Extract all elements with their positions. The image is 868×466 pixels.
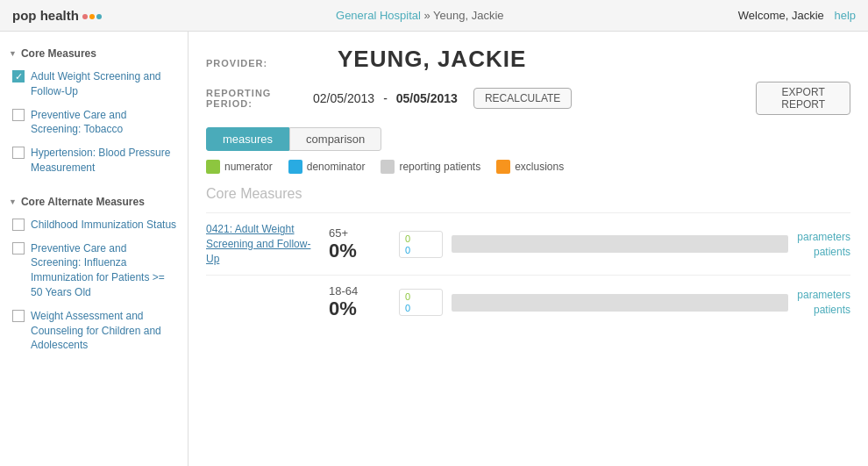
legend-row: numerator denominator reporting patients… — [206, 160, 850, 174]
patients-link-65[interactable]: patients — [814, 246, 850, 258]
swatch-exclusions — [496, 160, 510, 174]
checkbox-tobacco[interactable] — [12, 109, 25, 121]
section-core-measures-label: Core Measures — [21, 47, 96, 60]
frac-num-65: 0 — [405, 233, 410, 244]
breadcrumb-sep: » — [423, 9, 433, 22]
section-core-measures[interactable]: ▼ Core Measures — [0, 40, 188, 65]
provider-label: PROVIDER: — [206, 58, 329, 68]
sidebar-item-influenza[interactable]: Preventive Care and Screening: Influenza… — [0, 237, 188, 305]
checkbox-hypertension[interactable] — [12, 147, 25, 159]
period-end: 05/05/2013 — [396, 91, 458, 105]
legend-exclusions-label: exclusions — [515, 161, 564, 173]
sidebar-label-childhood: Childhood Immunization Status — [31, 218, 176, 233]
content-area: PROVIDER: YEUNG, JACKIE REPORTING PERIOD… — [189, 32, 868, 466]
frac-col-65: 0 0 — [405, 233, 410, 255]
sidebar-item-weight-assess[interactable]: Weight Assessment and Counseling for Chi… — [0, 305, 188, 357]
period-dash: - — [383, 91, 388, 105]
sidebar-item-adult-weight[interactable]: ✓ Adult Weight Screening and Follow-Up — [0, 65, 188, 104]
sidebar-label-weight-assess: Weight Assessment and Counseling for Chi… — [31, 309, 179, 353]
params-col-65: parameters patients — [797, 231, 850, 258]
sidebar-item-tobacco[interactable]: Preventive Care and Screening: Tobacco — [0, 104, 188, 142]
measure-age-65: 65+ — [329, 226, 373, 240]
logo-text: pop health — [12, 8, 79, 23]
measure-row-65: 0421: Adult Weight Screening and Follow-… — [206, 212, 850, 275]
reporting-period-row: REPORTING PERIOD: 02/05/2013 - 05/05/201… — [206, 82, 850, 115]
measure-pct-65: 0% — [329, 240, 381, 262]
provider-row: PROVIDER: YEUNG, JACKIE — [206, 46, 850, 73]
help-link[interactable]: help — [834, 9, 856, 22]
reporting-period-label: REPORTING PERIOD: — [206, 88, 304, 109]
sidebar-label-hypertension: Hypertension: Blood Pressure Measurement — [31, 146, 179, 176]
logo: pop health — [12, 8, 102, 23]
swatch-reporting — [381, 160, 395, 174]
breadcrumb: General Hospital » Yeung, Jackie — [336, 9, 504, 22]
fraction-1864: 0 0 — [399, 289, 443, 316]
bar-1864 — [452, 294, 788, 312]
frac-den-1864: 0 — [405, 303, 410, 313]
measure-link-65[interactable]: 0421: Adult Weight Screening and Follow-… — [206, 223, 310, 265]
fraction-65: 0 0 — [399, 231, 443, 258]
core-measures-heading: Core Measures — [206, 186, 850, 202]
legend-numerator-label: numerator — [224, 161, 273, 173]
top-nav: pop health General Hospital » Yeung, Jac… — [0, 0, 868, 32]
legend-exclusions: exclusions — [496, 160, 564, 174]
legend-reporting: reporting patients — [381, 160, 480, 174]
swatch-denominator — [288, 160, 302, 174]
params-col-1864: parameters patients — [797, 289, 850, 316]
frac-col-1864: 0 0 — [405, 291, 410, 313]
recalculate-button[interactable]: RECALCULATE — [473, 88, 572, 109]
export-button[interactable]: EXPORT REPORT — [756, 82, 850, 115]
welcome-text: Welcome, Jackie — [738, 9, 824, 22]
section-core-alt-measures[interactable]: ▼ Core Alternate Measures — [0, 189, 188, 213]
bar-65 — [452, 235, 788, 253]
params-link-65[interactable]: parameters — [797, 231, 850, 243]
sidebar-divider — [0, 180, 188, 189]
sidebar-label-influenza: Preventive Care and Screening: Influenza… — [31, 241, 179, 300]
dot-red — [82, 14, 88, 19]
measure-pct-1864: 0% — [329, 298, 381, 320]
frac-den-65: 0 — [405, 245, 410, 255]
legend-reporting-label: reporting patients — [399, 161, 480, 173]
legend-denominator-label: denominator — [307, 161, 366, 173]
legend-numerator: numerator — [206, 160, 273, 174]
sidebar-item-hypertension[interactable]: Hypertension: Blood Pressure Measurement — [0, 141, 188, 180]
dot-orange — [89, 14, 95, 19]
measure-link-area: 0421: Adult Weight Screening and Follow-… — [206, 222, 320, 266]
patients-link-1864[interactable]: patients — [814, 304, 850, 316]
checkbox-adult-weight[interactable]: ✓ — [12, 70, 25, 82]
legend-denominator: denominator — [288, 160, 366, 174]
breadcrumb-user: Yeung, Jackie — [433, 9, 503, 22]
sidebar-label-tobacco: Preventive Care and Screening: Tobacco — [31, 108, 179, 138]
section-core-alt-measures-label: Core Alternate Measures — [21, 196, 145, 208]
sidebar: ▼ Core Measures ✓ Adult Weight Screening… — [0, 32, 189, 466]
sidebar-label-adult-weight: Adult Weight Screening and Follow-Up — [31, 69, 179, 99]
measure-age-1864: 18-64 — [329, 284, 373, 298]
provider-name: YEUNG, JACKIE — [338, 46, 526, 73]
dot-teal — [96, 14, 102, 19]
user-info: Welcome, Jackie help — [738, 9, 856, 22]
swatch-numerator — [206, 160, 220, 174]
tabs-row: measures comparison — [206, 127, 850, 151]
triangle-icon: ▼ — [9, 49, 17, 58]
checkbox-childhood[interactable] — [12, 219, 25, 231]
logo-dots — [82, 14, 102, 19]
tab-comparison[interactable]: comparison — [289, 127, 381, 151]
sidebar-item-childhood[interactable]: Childhood Immunization Status — [0, 213, 188, 237]
measure-row-1864: 18-64 0% 0 0 parameters patients — [206, 275, 850, 329]
breadcrumb-hospital[interactable]: General Hospital — [336, 9, 421, 22]
checkbox-weight-assess[interactable] — [12, 310, 25, 322]
params-link-1864[interactable]: parameters — [797, 289, 850, 301]
checkbox-influenza[interactable] — [12, 242, 25, 255]
tab-measures[interactable]: measures — [206, 127, 289, 151]
main-layout: ▼ Core Measures ✓ Adult Weight Screening… — [0, 32, 868, 466]
triangle-alt-icon: ▼ — [9, 197, 17, 206]
period-start: 02/05/2013 — [313, 91, 374, 105]
frac-num-1864: 0 — [405, 291, 410, 302]
